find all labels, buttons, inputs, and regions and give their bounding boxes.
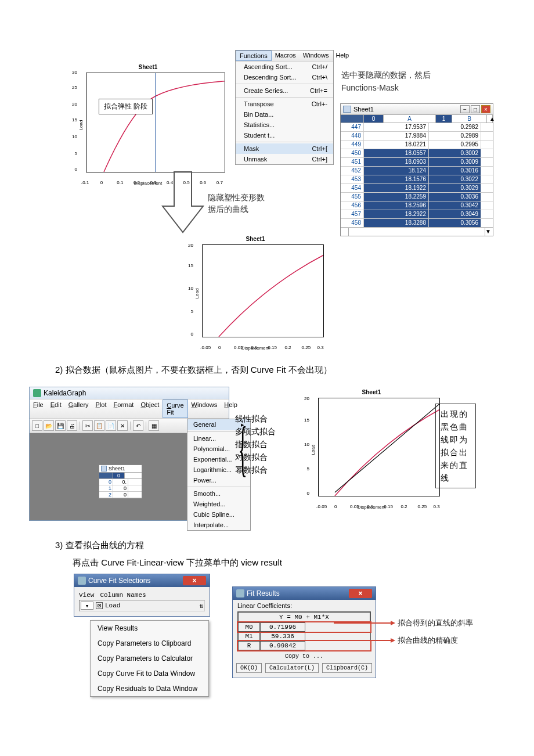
callout-elastic-stage: 拟合弹性 阶段	[99, 99, 153, 114]
maximize-button[interactable]: □	[471, 105, 480, 113]
fit-result-row: R0.99842	[238, 641, 370, 650]
dropdown-item[interactable]: Interpolate...	[187, 520, 250, 530]
table-row[interactable]: 45818.32880.3056	[341, 219, 493, 228]
cut-icon[interactable]: ✂	[82, 420, 93, 431]
new-icon[interactable]: □	[32, 420, 42, 431]
menu-copy-params-calculator[interactable]: Copy Parameters to Calculator	[91, 651, 208, 666]
table-row[interactable]: 10	[99, 485, 142, 492]
fit-results-window[interactable]: Fit Results × Linear Coefficients: Y = M…	[232, 586, 376, 678]
table-row[interactable]: 44918.02210.2995	[341, 141, 493, 149]
fit-equation: Y = M0 + M1*X	[238, 612, 370, 622]
col-header-a[interactable]: A	[384, 115, 436, 123]
fit-results-table: Y = M0 + M1*X M00.71996M159.336R0.99842	[237, 611, 371, 651]
table-row[interactable]: 00.	[99, 479, 142, 485]
menu-copy-curve-fit[interactable]: Copy Curve Fit to Data Window	[91, 666, 208, 681]
minimize-button[interactable]: −	[460, 105, 470, 113]
clipboard-button[interactable]: Clipboard(C)	[322, 663, 372, 673]
dropdown-item[interactable]: Weighted...	[187, 499, 250, 509]
menu-plot[interactable]: Plot	[92, 399, 110, 418]
calculator-button[interactable]: Calculator(L)	[265, 663, 319, 673]
table-row[interactable]: 45218.1240.3016	[341, 167, 493, 175]
chart-title: Sheet1	[75, 64, 221, 70]
menu-windows[interactable]: Windows	[300, 51, 333, 61]
ok-button[interactable]: OK(O)	[236, 663, 262, 673]
copy-icon[interactable]: 📋	[94, 420, 104, 431]
sheet-title: Sheet1	[353, 106, 374, 113]
paste-icon[interactable]: 📄	[106, 420, 116, 431]
menu-bar: Functions Macros Windows Help	[236, 51, 333, 62]
svg-line-2	[335, 404, 439, 492]
menu-file[interactable]: File	[30, 399, 47, 418]
table-row[interactable]: 20	[99, 492, 142, 498]
undo-icon[interactable]: ↶	[133, 420, 143, 431]
footer-cell	[341, 228, 349, 236]
menu-functions[interactable]: Functions	[236, 51, 272, 61]
table-row[interactable]: 45518.22590.3036	[341, 193, 493, 201]
functions-menu[interactable]: Functions Macros Windows Help Ascending …	[235, 50, 334, 165]
close-button[interactable]: ×	[349, 589, 372, 598]
table-row[interactable]: 44717.95370.2982	[341, 123, 493, 132]
menu-help[interactable]: Help	[332, 51, 352, 61]
section-3-sub: 再点击 Curve Fit-Linear-view 下拉菜单中的 view re…	[73, 557, 282, 568]
note-slope: 拟合得到的直线的斜率	[398, 618, 473, 628]
dropdown-item[interactable]: Smooth...	[187, 488, 250, 499]
y-axis-label: Load	[78, 120, 84, 131]
menu-object[interactable]: Object	[137, 399, 163, 418]
load-checkbox[interactable]: ⊠	[96, 602, 103, 609]
chart-title: Sheet1	[192, 236, 319, 242]
menu-item[interactable]: Ascending Sort...Ctrl+/	[236, 62, 333, 72]
note-accuracy: 拟合曲线的精确度	[398, 635, 458, 646]
table-row[interactable]: 45418.19220.3029	[341, 184, 493, 193]
col-header-b[interactable]: B	[452, 115, 487, 123]
menu-edit[interactable]: Edit	[47, 399, 65, 418]
view-dropdown[interactable]: ▾	[81, 602, 93, 610]
row-header-corner	[341, 115, 364, 123]
menu-item[interactable]: TransposeCtrl+-	[236, 99, 333, 109]
fit-type-labels: 线性拟合 多项式拟合 指数拟合 对数拟合 幂数拟合	[235, 412, 276, 476]
chart-with-linear-fit: Sheet1 0 5 10 15 20 -0.05 0 0.05 0.1 0.1…	[308, 389, 435, 510]
scroll-up-icon[interactable]: ▲	[487, 115, 493, 123]
data-sheet-window[interactable]: Sheet1 − □ × 0 A 1 B ▲ 44717.95370.29824…	[340, 103, 493, 236]
table-row[interactable]: 45018.05570.3002	[341, 149, 493, 158]
dialog-icon	[236, 589, 244, 597]
menu-item[interactable]: Student t...	[236, 130, 333, 141]
menu-format[interactable]: Format	[110, 399, 138, 418]
menu-item[interactable]: Statistics...	[236, 120, 333, 130]
menu-item[interactable]: Create Series...Ctrl+=	[236, 85, 333, 96]
table-row[interactable]: 44817.98840.2989	[341, 132, 493, 141]
fit-result-row: M00.71996	[238, 622, 370, 632]
table-row[interactable]: 45618.25960.3042	[341, 201, 493, 210]
table-row[interactable]: 45718.29220.3049	[341, 210, 493, 219]
close-button[interactable]: ×	[183, 576, 206, 585]
col-index-1[interactable]: 1	[436, 115, 452, 123]
menu-curvefit[interactable]: Curve Fit	[163, 399, 187, 418]
close-button[interactable]: ×	[481, 105, 490, 113]
menu-gallery[interactable]: Gallery	[65, 399, 92, 418]
scroll-down-icon[interactable]: ▼	[485, 228, 493, 236]
chart-curve	[86, 73, 225, 172]
curve-fit-selections-window[interactable]: Curve Fit Selections × View Column Names…	[74, 574, 210, 617]
fit-heading: Linear Coefficients:	[237, 602, 371, 609]
menu-copy-params-clipboard[interactable]: Copy Parameters to Clipboard	[91, 636, 208, 651]
save-icon[interactable]: 💾	[55, 420, 66, 431]
dropdown-item[interactable]: Cubic Spline...	[187, 509, 250, 520]
table-row[interactable]: 45118.09030.3009	[341, 158, 493, 167]
delete-icon[interactable]: ✕	[117, 420, 128, 431]
down-arrow-icon	[160, 171, 206, 237]
open-icon[interactable]: 📂	[44, 420, 54, 431]
menu-item[interactable]: Descending Sort...Ctrl+\	[236, 72, 333, 82]
menu-windows[interactable]: Windows	[188, 399, 221, 418]
layout-icon[interactable]: ▦	[149, 420, 159, 431]
print-icon[interactable]: 🖨	[67, 420, 77, 431]
menu-item[interactable]: UnmaskCtrl+]	[236, 154, 333, 164]
table-row[interactable]: 45318.15760.3022	[341, 175, 493, 184]
menu-view-results[interactable]: View Results	[91, 621, 208, 636]
menu-copy-residuals[interactable]: Copy Residuals to Data Window	[91, 681, 208, 696]
menu-item[interactable]: MaskCtrl+[	[236, 143, 333, 154]
menu-macros[interactable]: Macros	[272, 51, 300, 61]
menu-item[interactable]: Bin Data...	[236, 109, 333, 120]
view-context-menu[interactable]: View Results Copy Parameters to Clipboar…	[90, 620, 209, 697]
col-index-0[interactable]: 0	[364, 115, 384, 123]
section-3-heading: 3) 查看拟合曲线的方程	[55, 540, 144, 551]
small-sheet-window[interactable]: Sheet1 0 00.1020	[99, 465, 142, 499]
